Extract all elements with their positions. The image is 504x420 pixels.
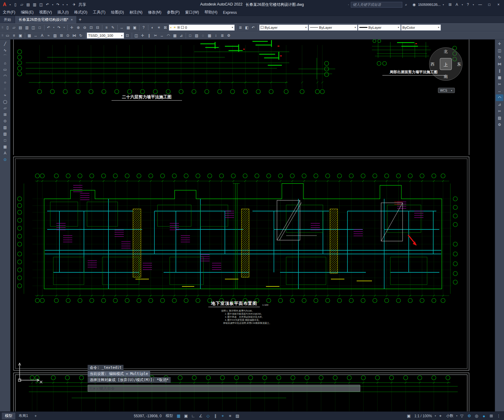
logo-dropdown-icon[interactable]: ▾ [8,2,12,8]
dyn-input-toggle-icon[interactable]: ⌖ [219,413,226,419]
share-button[interactable]: ✈ 共享 [69,2,88,8]
otrack-toggle-icon[interactable]: ∥ [212,413,219,419]
tssd-axis-icon[interactable]: ▦ [26,32,32,39]
new-icon[interactable]: ▯ [5,25,11,31]
table-icon[interactable]: ▦ [1,143,9,150]
tool-table-icon[interactable]: ▦ [207,32,213,39]
scale-icon[interactable]: ⊿ [496,101,503,108]
tssd-beam-icon[interactable]: ≡ [11,32,17,39]
menu-help[interactable]: 帮助(H) [202,9,220,16]
pan-icon[interactable]: ✛ [69,25,75,31]
color-combo[interactable]: ByLayer ▾ [259,25,308,31]
layer-thaw-icon[interactable]: ☀ [156,25,162,31]
maximize-button[interactable]: □ [485,1,494,8]
measure-icon[interactable]: ↔ [119,25,125,31]
layout1-tab[interactable]: 布局1 [16,413,31,419]
menu-parametric[interactable]: 参数(P) [164,9,183,16]
tab-close-icon[interactable]: × [71,18,73,21]
mtext-icon[interactable]: A [1,150,9,156]
gradient-icon[interactable]: ▧ [1,131,9,137]
new-tab-button[interactable]: + [76,16,84,23]
units-dropdown-icon[interactable]: ▾ [456,414,458,417]
layers-manager-icon[interactable]: ≣ [237,25,244,31]
help-icon[interactable]: ? [465,2,471,8]
undo-dropdown-icon[interactable]: ▾ [52,25,56,31]
close-button[interactable]: × [494,1,503,8]
help-dropdown-icon[interactable]: ▾ [472,2,475,8]
linetype-combo[interactable]: ByLayer ▾ [309,25,358,31]
lineweight-toggle-icon[interactable]: ≡ [226,413,233,419]
compass-east[interactable]: 东 [457,62,461,66]
extend-icon[interactable]: ↔ [496,88,503,94]
field-icon[interactable]: ▣ [132,25,138,31]
polar-toggle-icon[interactable]: ∠ [197,413,204,419]
array-icon[interactable]: ▦ [496,74,503,81]
open-icon[interactable]: ▱ [11,25,17,31]
mirror-icon[interactable]: ⋈ [496,61,503,67]
region-icon[interactable]: □ [1,137,9,143]
new-icon[interactable]: ▯ [12,2,18,8]
new-layout-tab[interactable]: + [32,413,40,419]
transparency-toggle-icon[interactable]: ▨ [234,413,241,419]
trim-icon[interactable]: ✂ [496,81,503,88]
tool-scale-icon[interactable]: ⊿ [178,32,184,39]
hatch-icon[interactable]: ▨ [1,124,9,131]
move-icon[interactable]: ✛ [496,40,503,47]
clean-screen-icon[interactable]: ⊞ [488,413,495,419]
saveas-icon[interactable]: ▥ [24,25,30,31]
rectangle-icon[interactable]: ▭ [1,66,9,73]
undo-icon[interactable]: ↶ [46,25,52,31]
menu-edit[interactable]: 编辑(E) [18,9,36,16]
matchprop-icon[interactable]: ✎ [110,25,116,31]
menu-window[interactable]: 窗口(W) [182,9,202,16]
compass-north[interactable]: 北 [444,49,448,54]
zoom-extents-icon[interactable]: ⊟ [95,25,101,31]
tool-trim-icon[interactable]: ✂ [153,32,159,39]
menu-modify[interactable]: 修改(M) [145,9,164,16]
copy-icon[interactable]: ◫ [496,47,503,54]
account-menu[interactable]: ◉ 1505999135... ▾ [410,2,446,8]
redo-dropdown-icon[interactable]: ▾ [61,2,65,8]
osnap-toggle-icon[interactable]: ◇ [204,413,211,419]
properties-icon[interactable]: ≡ [104,25,110,31]
help-search-input[interactable] [353,3,400,6]
redo-icon[interactable]: ↷ [56,25,62,31]
saveas-icon[interactable]: ▥ [32,2,38,8]
point-style-icon[interactable]: ⊙ [1,156,9,163]
tool-gear-icon[interactable]: ⚙ [226,32,232,39]
tssd-calc-icon[interactable]: ⊡ [124,32,131,39]
erase-icon[interactable]: ✂ [496,108,503,115]
layer-lock-icon[interactable]: ⊠ [162,25,169,31]
search-icon[interactable]: ⌕ [403,2,409,8]
command-grip-icon[interactable]: ⠿ [89,387,92,390]
a-dropdown-icon[interactable]: ▾ [460,2,464,8]
compass-up[interactable]: 上 [444,62,448,67]
undo-icon[interactable]: ↶ [44,2,51,8]
redo-icon[interactable]: ↷ [55,2,61,8]
revcloud-icon[interactable]: ◌ [1,85,9,92]
lineweight-dropdown-icon[interactable]: ▾ [398,26,399,29]
qat-customize-icon[interactable]: ▾ [65,2,69,8]
table-icon[interactable]: ▦ [125,25,131,31]
ellipse-icon[interactable]: ◯ [1,98,9,105]
command-bar[interactable]: ⠿ × › [88,385,360,392]
elliptical-arc-icon[interactable]: ◠ [1,73,9,79]
layer-on-icon[interactable]: ◐ [150,25,156,31]
autocad-logo-icon[interactable]: A [1,1,8,8]
model-space-button[interactable]: 模型 [164,413,175,418]
model-space-canvas[interactable]: 上 北 南 西 东 WCS ▾ [10,40,495,411]
customize-statusbar-icon[interactable]: ⋮ [495,413,502,419]
fillet-icon[interactable]: ◠ [496,94,503,101]
menu-dimension[interactable]: 标注(N) [127,9,145,16]
wcs-dropdown-icon[interactable]: ▾ [451,89,452,92]
minimize-button[interactable]: — [476,1,484,8]
layer-state-icon[interactable]: ◧ [244,25,250,31]
save-icon[interactable]: ▤ [17,25,24,31]
tool-array-icon[interactable]: ▦ [172,32,178,39]
zoom-out-icon[interactable]: ⊖ [82,25,88,31]
tssd-scale-combo[interactable]: TSSD_100_100 ▾ [87,32,124,39]
toolbar-grip-icon[interactable]: ⠿ [1,26,4,29]
layer-combo[interactable]: ◐ ☀ ⊠ 0 ▾ [169,25,235,31]
annotation-scale[interactable]: 1:1 / 100% [413,414,434,418]
menu-format[interactable]: 格式(O) [71,9,90,16]
